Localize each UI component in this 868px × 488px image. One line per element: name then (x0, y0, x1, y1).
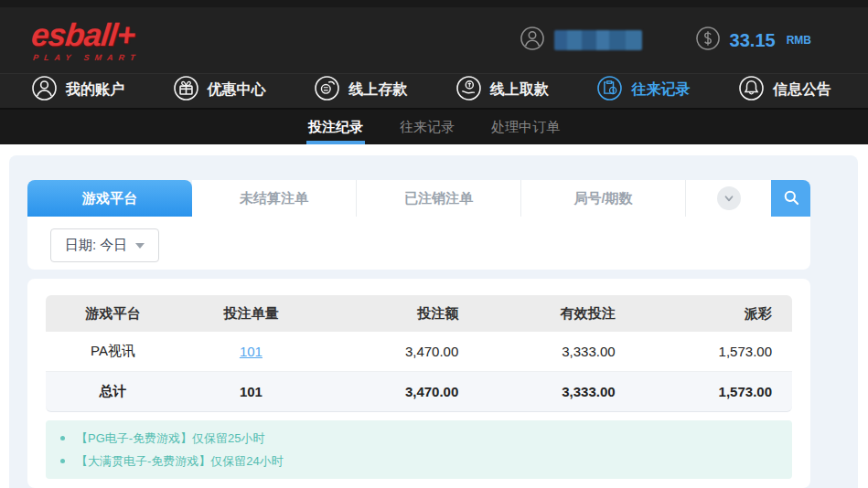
magnifier-icon (781, 187, 801, 210)
results-card: 游戏平台 投注单量 投注额 有效投注 派彩 PA视讯 101 (27, 279, 810, 488)
tabs-more-dropdown[interactable] (686, 180, 771, 217)
bell-icon (738, 75, 765, 105)
cell-total-payout: 1,573.00 (636, 372, 792, 412)
cell-total-count: 101 (180, 372, 322, 412)
nav-item-my-account[interactable]: 我的账户 (31, 75, 124, 105)
note-line: 【大满贯电子-免费游戏】仅保留24小时 (60, 450, 777, 472)
user-account-button[interactable] (520, 26, 642, 55)
cell-platform: PA视讯 (46, 332, 180, 372)
nav-item-deposit[interactable]: 线上存款 (314, 75, 407, 105)
tab-label: 未结算注单 (240, 190, 308, 207)
cell-valid-bet: 3,333.00 (478, 332, 635, 372)
table-header-row: 游戏平台 投注单量 投注额 有效投注 派彩 (46, 295, 792, 332)
main-navigation: 我的账户 优惠中心 线上存款 (0, 73, 868, 108)
subnav-label: 投注纪录 (308, 119, 363, 136)
subnav-transaction-records[interactable]: 往来记录 (398, 110, 456, 144)
table-total-row: 总计 101 3,470.00 3,333.00 1,573.00 (46, 372, 792, 412)
cell-total-bet: 3,470.00 (322, 372, 478, 412)
search-button[interactable] (771, 180, 810, 217)
cell-total-valid: 3,333.00 (478, 372, 635, 412)
person-icon (31, 75, 58, 105)
col-header-valid-bet: 有效投注 (478, 295, 635, 332)
cell-bet-amount: 3,470.00 (322, 332, 478, 372)
header-right: 33.15 RMB (520, 26, 837, 55)
col-header-bet-amount: 投注额 (322, 295, 478, 332)
content-area: 游戏平台 未结算注单 已注销注单 局号/期数 (0, 155, 868, 488)
date-filter-select[interactable]: 日期: 今日 (50, 228, 159, 262)
nav-label: 信息公告 (773, 80, 831, 100)
subnav-betting-records[interactable]: 投注纪录 (306, 110, 365, 144)
tab-label: 局号/期数 (573, 190, 632, 207)
note-line: 【PG电子-免费游戏】仅保留25小时 (60, 427, 777, 450)
nav-label: 线上取款 (490, 80, 549, 100)
cell-total-label: 总计 (46, 372, 180, 412)
nav-item-promotions[interactable]: 优惠中心 (173, 75, 266, 105)
note-text: 【PG电子-免费游戏】仅保留25小时 (76, 430, 265, 447)
balance-amount: 33.15 (730, 30, 776, 51)
dollar-circle-icon (695, 26, 721, 55)
balance-currency: RMB (787, 34, 811, 47)
filter-row: 日期: 今日 (27, 217, 810, 270)
top-header: esball+ PLAY SMART (0, 0, 868, 73)
tab-label: 已注销注单 (404, 190, 473, 207)
nav-label: 我的账户 (66, 80, 124, 100)
promo-notes-panel: 【PG电子-免费游戏】仅保留25小时 【大满贯电子-免费游戏】仅保留24小时 (46, 420, 792, 479)
logo-text: esball+ (30, 18, 145, 50)
nav-item-withdraw[interactable]: 线上取款 (455, 75, 549, 105)
content-panel: 游戏平台 未结算注单 已注销注单 局号/期数 (9, 155, 858, 488)
subnav-label: 处理中订单 (491, 119, 560, 136)
caret-down-icon (135, 243, 145, 249)
bullet-icon (60, 459, 65, 463)
betting-records-page: esball+ PLAY SMART (0, 0, 868, 488)
table-row: PA视讯 101 3,470.00 3,333.00 1,573.00 (46, 332, 792, 372)
subnav-processing-orders[interactable]: 处理中订单 (489, 110, 562, 144)
col-header-platform: 游戏平台 (46, 295, 180, 332)
nav-label: 线上存款 (348, 80, 407, 100)
masked-username (554, 30, 642, 50)
cell-bet-count: 101 (180, 332, 322, 372)
tab-cancelled-bets[interactable]: 已注销注单 (357, 180, 521, 217)
tab-label: 游戏平台 (82, 190, 137, 207)
deposit-coin-icon (314, 75, 340, 105)
nav-label: 优惠中心 (208, 80, 266, 100)
betting-summary-table: 游戏平台 投注单量 投注额 有效投注 派彩 PA视讯 101 (46, 295, 792, 412)
filter-card: 游戏平台 未结算注单 已注销注单 局号/期数 (27, 180, 810, 270)
sub-navigation: 投注纪录 往来记录 处理中订单 (0, 108, 868, 144)
balance-display[interactable]: 33.15 RMB (695, 26, 811, 55)
col-header-bet-count: 投注单量 (180, 295, 322, 332)
cell-payout: 1,573.00 (636, 332, 792, 372)
note-text: 【大满贯电子-免费游戏】仅保留24小时 (76, 453, 284, 470)
col-header-payout: 派彩 (636, 295, 792, 332)
nav-item-transaction-records[interactable]: 往来记录 (596, 75, 690, 105)
subnav-label: 往来记录 (400, 119, 455, 136)
logo-tagline: PLAY SMART (32, 53, 141, 62)
tab-unsettled-bets[interactable]: 未结算注单 (192, 180, 357, 217)
tab-round-number[interactable]: 局号/期数 (521, 180, 686, 217)
withdraw-coin-icon (455, 75, 482, 105)
date-filter-label: 日期: 今日 (65, 237, 127, 254)
chevron-down-icon (717, 186, 741, 210)
brand-logo[interactable]: esball+ PLAY SMART (28, 18, 145, 62)
tab-game-platform[interactable]: 游戏平台 (27, 180, 192, 217)
bullet-icon (60, 436, 65, 440)
nav-item-announcements[interactable]: 信息公告 (738, 75, 831, 105)
report-tabs: 游戏平台 未结算注单 已注销注单 局号/期数 (27, 180, 810, 217)
records-clipboard-icon (596, 75, 623, 105)
bet-count-link[interactable]: 101 (240, 344, 263, 359)
nav-label: 往来记录 (631, 80, 690, 100)
person-circle-icon (520, 26, 545, 55)
gift-icon (173, 75, 199, 105)
